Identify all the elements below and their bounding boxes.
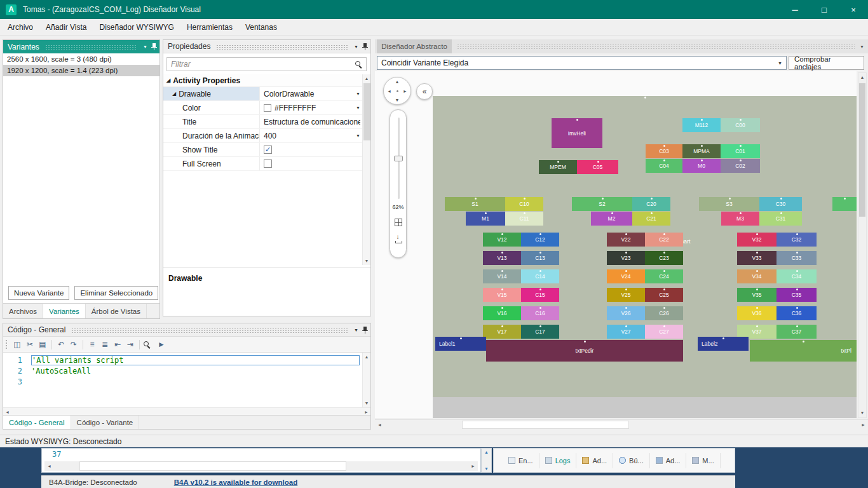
- designer-view-v26[interactable]: V26: [607, 306, 645, 320]
- chevron-down-icon[interactable]: ▼: [860, 44, 864, 49]
- designer-view-v12[interactable]: V12: [483, 233, 521, 247]
- scroll-down-icon[interactable]: ▼: [363, 257, 370, 265]
- designer-view-c04[interactable]: C04: [646, 159, 682, 173]
- scroll-up-icon[interactable]: ▲: [363, 353, 370, 361]
- designer-view-v16[interactable]: V16: [483, 306, 521, 320]
- menu-item-archivo[interactable]: Archivo: [1, 19, 39, 35]
- tab-archivos[interactable]: Archivos: [3, 304, 43, 318]
- color-swatch[interactable]: [264, 104, 271, 112]
- variant-item[interactable]: 2560 x 1600, scale = 3 (480 dpi): [3, 53, 159, 65]
- minimize-button[interactable]: ─: [780, 0, 810, 19]
- property-row-full-screen[interactable]: Full Screen: [163, 157, 362, 171]
- designer-view-v22[interactable]: V22: [607, 233, 645, 247]
- designer-view-c01[interactable]: C01: [721, 144, 760, 158]
- zoom-slider-handle[interactable]: [394, 156, 403, 161]
- scroll-thumb[interactable]: [462, 421, 629, 429]
- tab-c-digo-variante[interactable]: Código - Variante: [71, 416, 140, 429]
- designer-view-v36[interactable]: V36: [737, 306, 776, 320]
- property-row-duraci-n-de-la-animaci[interactable]: Duración de la Animaci...400▼: [163, 129, 362, 143]
- designer-view-m1[interactable]: M1: [466, 212, 505, 226]
- designer-view-c34[interactable]: C34: [776, 269, 817, 283]
- designer-view-c32[interactable]: C32: [776, 233, 817, 247]
- designer-view-v17[interactable]: V17: [483, 325, 521, 339]
- search-icon[interactable]: [355, 60, 363, 69]
- scroll-up-icon[interactable]: ▲: [484, 450, 489, 454]
- tab-rbol-de-vistas[interactable]: Árbol de Vistas: [86, 304, 147, 318]
- dropdown-arrow-icon[interactable]: ▼: [356, 105, 360, 110]
- property-row-drawable[interactable]: ◢DrawableColorDrawable▼: [163, 87, 362, 101]
- scroll-down-icon[interactable]: ▼: [484, 466, 489, 471]
- designer-view-m2[interactable]: M2: [591, 212, 632, 226]
- designer-view-s1[interactable]: S1: [445, 197, 505, 211]
- designer-view-v15[interactable]: V15: [483, 288, 521, 302]
- designer-view-c14[interactable]: C14: [521, 269, 559, 283]
- designer-view-m112[interactable]: M112: [682, 118, 721, 132]
- menu-item-dise-ador-wysiwyg[interactable]: Diseñador WYSIWYG: [93, 19, 180, 35]
- cut-icon[interactable]: ✂: [24, 339, 36, 350]
- pin-icon[interactable]: [362, 43, 368, 50]
- scroll-down-icon[interactable]: ▼: [363, 399, 370, 407]
- expander-icon[interactable]: ◢: [166, 78, 170, 83]
- designer-view-imvheli[interactable]: imvHeli: [552, 118, 602, 148]
- decrease-indent-icon[interactable]: ⇤: [112, 339, 123, 350]
- scroll-right-icon[interactable]: ►: [468, 461, 478, 471]
- tab-abstract-designer[interactable]: Diseñador Abstracto: [377, 39, 452, 53]
- pin-icon[interactable]: [362, 327, 368, 334]
- scroll-track[interactable]: [54, 461, 468, 471]
- find-icon[interactable]: [143, 339, 154, 350]
- designer-view-c30[interactable]: C30: [759, 197, 802, 211]
- property-value[interactable]: Estructura de comunicacione: [260, 115, 362, 128]
- property-filter-input[interactable]: [167, 60, 355, 69]
- pan-control[interactable]: ▲ ▼ ◄ ►: [383, 77, 411, 105]
- designer-view-c31[interactable]: C31: [759, 212, 802, 226]
- designer-view-m0[interactable]: M0: [682, 159, 721, 173]
- designer-view-c23[interactable]: C23: [645, 251, 683, 265]
- load-layout-button[interactable]: [394, 234, 403, 243]
- checkbox[interactable]: ✓: [264, 146, 272, 154]
- designer-view-mpma[interactable]: MPMA: [682, 144, 721, 158]
- designer-view-mpem[interactable]: MPEM: [539, 160, 577, 174]
- designer-horizontal-scrollbar[interactable]: ◄ ►: [375, 419, 868, 430]
- designer-view-v32[interactable]: V32: [737, 233, 776, 247]
- designer-view-v35[interactable]: V35: [737, 288, 776, 302]
- designer-view-c13[interactable]: C13: [521, 251, 559, 265]
- scroll-right-icon[interactable]: ►: [364, 410, 369, 414]
- designer-view-c17[interactable]: C17: [521, 325, 559, 339]
- pan-down-icon[interactable]: ▼: [395, 98, 400, 102]
- bottom-tab-logs[interactable]: Logs: [539, 453, 577, 468]
- scroll-right-icon[interactable]: ►: [858, 423, 868, 427]
- designer-view-c12[interactable]: C12: [521, 233, 559, 247]
- designer-view-c21[interactable]: C21: [632, 212, 670, 226]
- scroll-left-icon[interactable]: ◄: [375, 423, 384, 427]
- property-value[interactable]: [260, 157, 362, 170]
- designer-view-label1[interactable]: Label1: [435, 337, 486, 351]
- chevron-down-icon[interactable]: ▼: [354, 328, 358, 332]
- checkbox[interactable]: [264, 159, 272, 168]
- designer-view-c20[interactable]: C20: [632, 197, 670, 211]
- menu-item-a-adir-vista[interactable]: Añadir Vista: [39, 19, 93, 35]
- redo-icon[interactable]: ↷: [68, 339, 79, 350]
- property-row-title[interactable]: TitleEstructura de comunicacione: [163, 115, 362, 129]
- designer-view-v27[interactable]: V27: [607, 325, 645, 339]
- variant-selector-dropdown[interactable]: Coincidir Variante Elegida ▼: [377, 56, 787, 70]
- designer-view-c33[interactable]: C33: [776, 251, 817, 265]
- menu-item-ventanas[interactable]: Ventanas: [239, 19, 283, 35]
- bottom-tab-ad[interactable]: Ad...: [650, 453, 687, 468]
- designer-view-c22[interactable]: C22: [645, 233, 683, 247]
- designer-view-c05[interactable]: C05: [577, 160, 618, 174]
- designer-view-c15[interactable]: C15: [521, 288, 559, 302]
- designer-canvas[interactable]: lvOrgChart imvHeliM112C00C03MPMAC01MPEMC…: [433, 96, 857, 397]
- fit-to-grid-button[interactable]: [394, 218, 403, 227]
- code-editor[interactable]: 1'All variants script2'AutoScaleAll3: [3, 353, 362, 407]
- copy-icon[interactable]: ◫: [11, 339, 23, 350]
- bottom-tab-b[interactable]: Bú...: [613, 453, 650, 468]
- delete-selected-button[interactable]: Eliminar Seleccionado: [74, 286, 158, 300]
- designer-view-c10[interactable]: C10: [505, 197, 543, 211]
- scroll-up-icon[interactable]: ▲: [363, 74, 370, 83]
- code-line[interactable]: 2'AutoScaleAll: [3, 365, 362, 376]
- property-value[interactable]: 400▼: [260, 129, 362, 142]
- designer-view-c37[interactable]: C37: [776, 325, 817, 339]
- pin-icon[interactable]: [151, 43, 157, 50]
- designer-view-v33[interactable]: V33: [737, 251, 776, 265]
- uncomment-lines-icon[interactable]: ≣: [99, 339, 111, 350]
